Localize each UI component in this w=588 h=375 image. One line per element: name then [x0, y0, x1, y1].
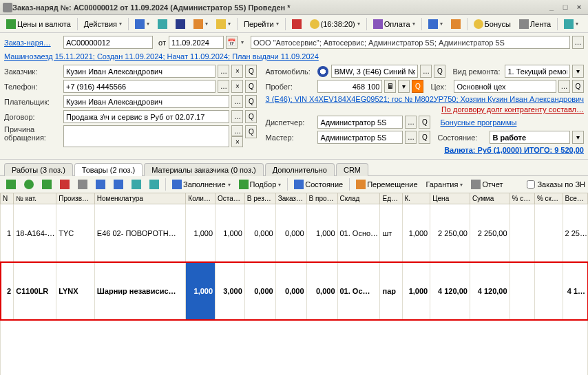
orders-by-zn-check[interactable]: Заказы по ЗН — [527, 180, 585, 189]
org-dd[interactable]: … — [572, 36, 584, 49]
rep-dd[interactable]: ▾ — [572, 65, 584, 78]
table-row[interactable]: 2C1100LRLYNXШарнир независис… 1,000 3,00… — [1, 262, 588, 320]
tool-6[interactable] — [288, 17, 305, 31]
gt-up[interactable] — [92, 178, 109, 191]
debt-link[interactable]: По договору долг контрагенту составл… — [265, 105, 584, 114]
customer-input[interactable] — [66, 67, 213, 76]
date-input[interactable] — [171, 39, 221, 47]
vin-link[interactable]: 3 (E46); VIN X4XEV184X4EG09521; гос № М8… — [265, 95, 584, 103]
master-dots[interactable]: … — [405, 131, 417, 144]
contr-dots[interactable]: … — [231, 110, 243, 123]
col-nom[interactable]: Номенклатура — [94, 193, 186, 204]
tool-5[interactable]: ▾ — [213, 17, 234, 31]
col-cat[interactable]: № кат. — [14, 193, 56, 204]
disp-dots[interactable]: … — [405, 116, 417, 129]
order-number-input[interactable] — [66, 39, 150, 47]
tab-works[interactable]: Работы (3 поз.) — [4, 163, 73, 176]
pay-button[interactable]: Оплата▾ — [370, 17, 419, 31]
run-input[interactable] — [320, 83, 379, 91]
tool-7[interactable]: ▾ — [425, 17, 446, 31]
col-sum[interactable]: Сумма — [470, 193, 510, 204]
col-price[interactable]: Цена — [430, 193, 470, 204]
state-dd[interactable]: ▾ — [572, 131, 584, 144]
col-qty[interactable]: Коли… — [186, 193, 216, 204]
payer-dots[interactable]: … — [231, 95, 243, 108]
calendar-button[interactable]: 📅 — [226, 36, 238, 49]
col-n[interactable]: N — [1, 193, 14, 204]
state-input[interactable] — [492, 133, 567, 142]
shop-input[interactable] — [456, 83, 554, 91]
col-prod[interactable]: В про… — [306, 193, 337, 204]
lenta-button[interactable]: Лента — [516, 17, 554, 31]
run-dd[interactable]: ▾ — [398, 80, 410, 93]
col-tot[interactable]: Все… — [563, 193, 587, 204]
cust-dots[interactable]: … — [218, 65, 229, 78]
time-button[interactable]: (16:38:20)▾ — [306, 17, 364, 31]
contract-input[interactable] — [66, 113, 227, 121]
tab-extra[interactable]: Дополнительно — [265, 163, 335, 176]
gt-select[interactable]: Подбор▾ — [235, 178, 285, 191]
car-input[interactable] — [334, 67, 415, 76]
goto-menu[interactable]: Перейти▾ — [240, 17, 282, 31]
tel-dots[interactable]: … — [218, 80, 229, 93]
tool-9[interactable]: ▾ — [560, 17, 582, 31]
tab-materials[interactable]: Материалы заказчика (0 поз.) — [144, 163, 264, 176]
tool-2[interactable] — [154, 17, 171, 31]
car-q[interactable]: Q — [434, 65, 445, 78]
col-ord[interactable]: Заказ… — [275, 193, 306, 204]
col-k[interactable]: К. — [402, 193, 430, 204]
col-mfr[interactable]: Произв… — [56, 193, 95, 204]
reason-input[interactable] — [66, 127, 227, 146]
cust-x[interactable]: × — [231, 65, 243, 78]
gt-down[interactable] — [110, 178, 127, 191]
col-rem[interactable]: Оста… — [216, 193, 245, 204]
prices-button[interactable]: Цены и валюта — [3, 17, 74, 31]
contr-q[interactable]: Q — [245, 110, 257, 123]
shop-dots[interactable]: … — [558, 80, 570, 93]
bonus-link[interactable]: Бонусные программы — [440, 118, 516, 127]
tool-4[interactable]: ▾ — [190, 17, 211, 31]
master-q[interactable]: Q — [419, 131, 430, 144]
col-p1[interactable]: % с… — [510, 193, 534, 204]
run-warn[interactable]: Q — [412, 80, 423, 93]
reason-x[interactable]: × — [231, 136, 243, 147]
gt-add[interactable] — [21, 178, 37, 191]
tel-q[interactable]: Q — [245, 80, 257, 93]
minimize-button[interactable]: _ — [545, 2, 558, 13]
gt-tool-1[interactable] — [3, 178, 19, 191]
gt-fill[interactable]: Заполнение▾ — [169, 178, 234, 191]
phone-input[interactable] — [66, 83, 213, 91]
gt-edit[interactable] — [39, 178, 55, 191]
col-res[interactable]: В рез… — [244, 193, 275, 204]
payer-q[interactable]: Q — [245, 95, 257, 108]
cust-q[interactable]: Q — [245, 65, 257, 78]
tab-crm[interactable]: CRM — [336, 163, 368, 176]
reason-dots[interactable]: … — [231, 125, 243, 136]
gt-del[interactable] — [56, 178, 73, 191]
tool-8[interactable] — [448, 17, 464, 31]
gt-copy[interactable] — [74, 178, 91, 191]
close-button[interactable]: × — [573, 2, 585, 13]
repair-input[interactable] — [507, 67, 567, 76]
col-unit[interactable]: Ед… — [380, 193, 402, 204]
gt-sort-az[interactable] — [128, 178, 145, 191]
order-number-label[interactable]: Заказ-наря… — [4, 39, 61, 47]
run-calc[interactable]: 🖩 — [384, 80, 396, 93]
qty-cell-selected[interactable]: 1,000 — [186, 262, 216, 320]
tool-1[interactable]: ▾ — [132, 17, 153, 31]
table-row[interactable]: 118-A164-…TYCE46 02- ПОВОРОТН… 1,0001,00… — [1, 204, 588, 262]
tab-goods[interactable]: Товары (2 поз.) — [74, 163, 143, 176]
actions-menu[interactable]: Действия▾ — [81, 17, 125, 31]
gt-warranty[interactable]: Гарантия▾ — [423, 178, 467, 191]
col-p2[interactable]: % ск… — [534, 193, 563, 204]
history-line[interactable]: Машинозаезд 15.11.2021; Создан 11.09.202… — [4, 51, 584, 62]
bonus-button[interactable]: Бонусы — [470, 17, 514, 31]
total-link[interactable]: Валюта: Руб (1,0000) ИТОГО: 9 520,00 — [265, 146, 584, 154]
shop-q[interactable]: Q — [572, 80, 584, 93]
reason-q[interactable]: Q — [245, 125, 257, 138]
dispatcher-input[interactable] — [320, 118, 400, 127]
gt-sort-za[interactable] — [146, 178, 162, 191]
payer-input[interactable] — [66, 98, 227, 106]
car-dots[interactable]: … — [420, 65, 432, 78]
restore-button[interactable]: □ — [559, 2, 571, 13]
